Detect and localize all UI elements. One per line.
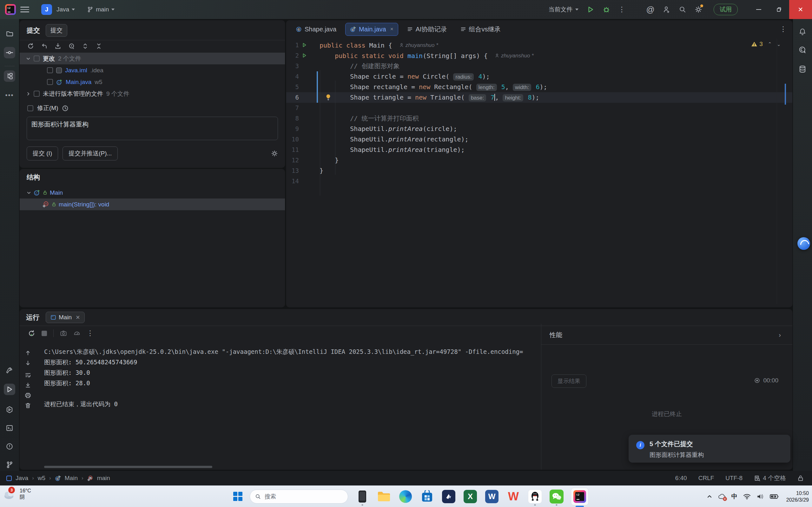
app-icon-excel[interactable]: X [463, 489, 477, 504]
changes-checkbox[interactable] [34, 55, 40, 61]
console-output[interactable]: C:\Users\朱彦硕\.jdks\openjdk-25.0.2\bin\ja… [44, 347, 523, 409]
start-button[interactable] [233, 492, 243, 501]
services-tool-icon[interactable] [4, 404, 15, 415]
breadcrumb[interactable]: Java › w5 › C Main › m main [0, 475, 110, 482]
tab-composition-vs-inheritance[interactable]: 组合vs继承 [456, 22, 505, 36]
chevron-expanded-icon[interactable] [26, 56, 31, 61]
tab-options-icon[interactable]: ⋮ [780, 25, 786, 33]
run-config-selector[interactable]: 当前文件 [549, 5, 578, 14]
code-line[interactable]: 9 ShapeUtil.printArea(circle); [286, 124, 792, 134]
inspections-widget[interactable]: 3 ⌃ ⌃ [751, 41, 781, 48]
changed-file-row[interactable]: C Main.java w5 [20, 76, 285, 88]
code-line[interactable]: 7 [286, 103, 792, 113]
unversioned-group-row[interactable]: 未进行版本管理的文件 9 个文件 [20, 88, 285, 100]
branch-selector[interactable]: main [87, 6, 114, 13]
run-line-icon[interactable] [301, 53, 307, 58]
run-line-icon[interactable] [301, 42, 307, 48]
wifi-icon[interactable] [743, 493, 751, 500]
run-tool-icon[interactable] [4, 384, 15, 395]
unlock-icon[interactable] [797, 475, 804, 481]
structure-class-row[interactable]: C Main [20, 187, 285, 199]
trial-button[interactable]: 试用 [714, 4, 738, 15]
code-line[interactable]: 2 public static void main(String[] args)… [286, 50, 792, 61]
rollback-icon[interactable] [41, 43, 48, 50]
code-line[interactable]: 11 ShapeUtil.printArea(triangle); [286, 145, 792, 155]
close-tab-icon[interactable]: × [390, 26, 394, 32]
commit-notification-toast[interactable]: i 5 个文件已提交 图形面积计算器重构 [628, 435, 791, 463]
up-stack-trace-icon[interactable] [25, 350, 31, 356]
amend-checkbox[interactable] [27, 105, 33, 111]
down-stack-trace-icon[interactable] [25, 360, 31, 366]
screenshot-icon[interactable] [60, 330, 67, 337]
code-line[interactable]: 10 ShapeUtil.printArea(rectangle); [286, 134, 792, 145]
scroll-to-end-icon[interactable] [25, 382, 31, 388]
ai-assistant-floating-button[interactable] [797, 237, 810, 250]
close-tab-icon[interactable]: ✕ [75, 314, 80, 321]
project-tool-icon[interactable] [4, 28, 15, 39]
commit-tool-icon[interactable] [4, 47, 15, 58]
window-close-button[interactable]: ✕ [789, 0, 812, 19]
more-tools-icon[interactable]: ••• [4, 90, 15, 101]
code-line[interactable]: 4 Shape circle = new Circle( radius: 4); [286, 71, 792, 82]
code-line[interactable]: 13} [286, 166, 792, 176]
main-menu-icon[interactable] [20, 7, 29, 12]
code-line[interactable]: 14 [286, 176, 792, 186]
shelve-icon[interactable] [55, 43, 61, 50]
collapse-all-icon[interactable] [96, 43, 102, 50]
database-tool-icon[interactable] [797, 63, 808, 75]
app-icon-dark-blue[interactable] [441, 489, 456, 504]
ai-assistant-icon[interactable]: @ [646, 5, 655, 14]
sync-error-icon[interactable]: ✕ [718, 493, 726, 500]
app-icon-wps[interactable]: W [506, 489, 521, 504]
tab-ai-notes[interactable]: AI协助记录 [403, 22, 452, 36]
window-restore-button[interactable] [769, 0, 789, 19]
intention-bulb-icon[interactable] [325, 94, 331, 101]
unversioned-checkbox[interactable] [34, 91, 40, 97]
app-icon-word[interactable]: W [485, 489, 499, 504]
app-icon-intellij-idea-active[interactable]: IJ [571, 488, 589, 505]
build-tool-icon[interactable] [4, 365, 15, 377]
project-selector[interactable]: Java [56, 6, 75, 13]
indent-selector[interactable]: 4 个空格 [754, 474, 786, 482]
next-problem-icon[interactable]: ⌃ [777, 41, 781, 47]
code-line[interactable]: 1public class Main { zhuyanshuo * [286, 40, 792, 50]
taskbar-weather-widget[interactable]: 3 16°C阴 [3, 488, 31, 500]
console-horizontal-scrollbar[interactable] [44, 466, 212, 468]
refresh-icon[interactable] [27, 43, 34, 50]
expand-all-icon[interactable] [82, 43, 89, 50]
code-line[interactable]: 12 } [286, 155, 792, 166]
code-editor[interactable]: 1public class Main { zhuyanshuo *2 publi… [286, 38, 792, 186]
more-actions-button[interactable]: ⋮ [618, 5, 625, 14]
code-line[interactable]: 8 // 统一计算并打印面积 [286, 113, 792, 124]
volume-icon[interactable] [757, 493, 764, 500]
ai-chat-tool-icon[interactable] [797, 44, 808, 56]
terminal-tool-icon[interactable] [4, 422, 15, 434]
clear-console-icon[interactable] [25, 402, 31, 409]
commit-settings-gear-icon[interactable] [271, 150, 278, 157]
ime-indicator[interactable]: 中 [731, 493, 738, 501]
scrollbar-change-mark[interactable] [785, 84, 786, 105]
app-icon-phone-link[interactable] [355, 489, 370, 504]
window-minimize-button[interactable] [749, 0, 769, 19]
run-more-options-icon[interactable]: ⋮ [87, 329, 94, 337]
search-icon[interactable] [679, 6, 687, 13]
structure-tool-icon[interactable] [4, 70, 15, 82]
code-line[interactable]: 6 Shape triangle = new Triangle( base: 7… [286, 92, 792, 103]
chevron-expanded-icon[interactable] [27, 190, 31, 195]
notifications-bell-icon[interactable] [797, 26, 808, 38]
print-icon[interactable] [25, 392, 31, 399]
show-results-button[interactable]: 显示结果 [552, 375, 587, 388]
soft-wrap-icon[interactable] [25, 372, 31, 378]
file-checkbox[interactable] [47, 67, 53, 73]
chevron-right-icon[interactable]: › [779, 331, 781, 339]
add-user-icon[interactable] [663, 6, 670, 13]
commit-history-icon[interactable] [62, 105, 68, 112]
commit-and-push-button[interactable]: 提交并推送(P)... [62, 147, 118, 160]
code-line[interactable]: 3 // 创建图形对象 [286, 61, 792, 71]
changed-file-row[interactable]: Java.iml .idea [20, 64, 285, 76]
caret-position[interactable]: 6:40 [675, 475, 687, 482]
app-icon-file-explorer[interactable] [377, 489, 391, 504]
git-tool-icon[interactable] [4, 459, 15, 470]
profiler-icon[interactable] [73, 330, 80, 337]
code-line[interactable]: 5 Shape rectangle = new Rectangle( lengt… [286, 82, 792, 92]
